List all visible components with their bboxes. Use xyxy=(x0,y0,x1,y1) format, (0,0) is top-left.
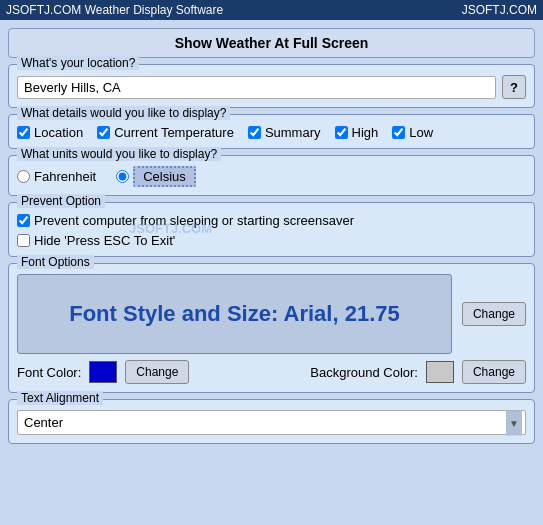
radio-fahrenheit[interactable]: Fahrenheit xyxy=(17,169,96,184)
font-color-label: Font Color: xyxy=(17,365,81,380)
font-color-change-button[interactable]: Change xyxy=(125,360,189,384)
alignment-select[interactable]: Left Center Right xyxy=(17,410,526,435)
units-group: What units would you like to display? Fa… xyxy=(8,155,535,196)
font-options-label: Font Options xyxy=(17,255,94,269)
font-options-group: Font Options Font Style and Size: Arial,… xyxy=(8,263,535,393)
font-color-swatch xyxy=(89,361,117,383)
header-title: Show Weather At Full Screen xyxy=(8,28,535,58)
checkbox-hide-esc[interactable]: Hide 'Press ESC To Exit' xyxy=(17,233,526,248)
location-group: What's your location? ? xyxy=(8,64,535,108)
bg-color-change-button[interactable]: Change xyxy=(462,360,526,384)
prevent-group-label: Prevent Option xyxy=(17,194,105,208)
alignment-group-label: Text Alignment xyxy=(17,391,103,405)
checkbox-location[interactable]: Location xyxy=(17,125,83,140)
radio-celsius[interactable]: Celsius xyxy=(116,166,196,187)
units-group-label: What units would you like to display? xyxy=(17,147,221,161)
checkbox-summary[interactable]: Summary xyxy=(248,125,321,140)
font-preview-text: Font Style and Size: Arial, 21.75 xyxy=(69,301,400,327)
font-change-button[interactable]: Change xyxy=(462,302,526,326)
title-left: JSOFTJ.COM Weather Display Software xyxy=(6,3,223,17)
location-input[interactable] xyxy=(17,76,496,99)
checkbox-prevent-sleep[interactable]: Prevent computer from sleeping or starti… xyxy=(17,213,526,228)
location-group-label: What's your location? xyxy=(17,56,139,70)
title-right: JSOFTJ.COM xyxy=(462,3,537,17)
font-preview-box: Font Style and Size: Arial, 21.75 xyxy=(17,274,452,354)
checkbox-low[interactable]: Low xyxy=(392,125,433,140)
details-group: What details would you like to display? … xyxy=(8,114,535,149)
checkbox-high[interactable]: High xyxy=(335,125,379,140)
details-group-label: What details would you like to display? xyxy=(17,106,230,120)
bg-color-label: Background Color: xyxy=(310,365,418,380)
checkbox-current-temp[interactable]: Current Temperature xyxy=(97,125,234,140)
bg-color-swatch xyxy=(426,361,454,383)
prevent-group: Prevent Option Prevent computer from sle… xyxy=(8,202,535,257)
question-button[interactable]: ? xyxy=(502,75,526,99)
title-bar: JSOFTJ.COM Weather Display Software JSOF… xyxy=(0,0,543,20)
alignment-group: Text Alignment Left Center Right ▼ xyxy=(8,399,535,444)
